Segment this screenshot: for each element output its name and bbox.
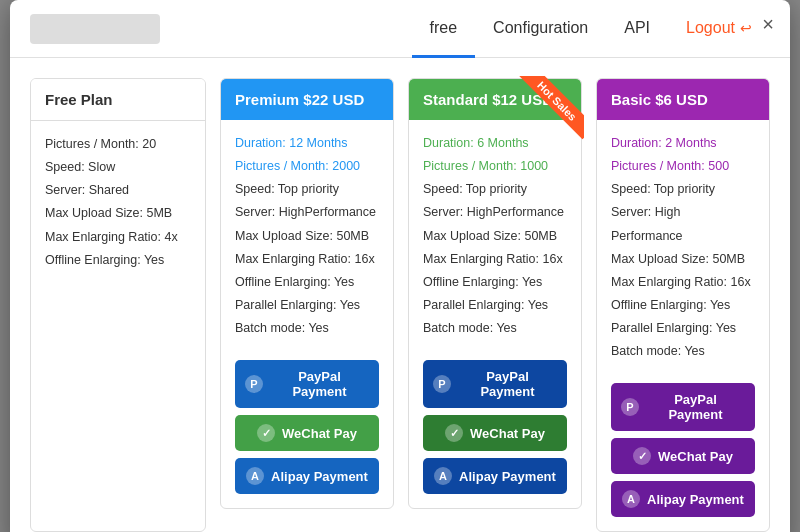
premium-plan-card: Premium $22 USD Duration: 12 Months Pict… (220, 78, 394, 509)
tab-configuration[interactable]: Configuration (475, 1, 606, 58)
close-button[interactable]: × (762, 14, 774, 34)
standard-alipay-icon: A (434, 467, 452, 485)
free-plan-body: Pictures / Month: 20 Speed: Slow Server:… (31, 121, 205, 284)
logout-icon: ↩ (740, 20, 752, 36)
free-plan-card: Free Plan Pictures / Month: 20 Speed: Sl… (30, 78, 206, 532)
standard-alipay-button[interactable]: A Alipay Payment (423, 458, 567, 494)
premium-alipay-button[interactable]: A Alipay Payment (235, 458, 379, 494)
premium-feature-6: Parallel Enlarging: Yes (235, 294, 379, 317)
basic-feature-2: Server: High Performance (611, 201, 755, 247)
standard-wechat-button[interactable]: ✓ WeChat Pay (423, 415, 567, 451)
tab-api[interactable]: API (606, 1, 668, 58)
basic-alipay-label: Alipay Payment (647, 492, 744, 507)
premium-alipay-label: Alipay Payment (271, 469, 368, 484)
wechat-icon: ✓ (257, 424, 275, 442)
standard-feature-4: Max Enlarging Ratio: 16x (423, 248, 567, 271)
standard-wechat-label: WeChat Pay (470, 426, 545, 441)
standard-feature-5: Offline Enlarging: Yes (423, 271, 567, 294)
basic-feature-6: Parallel Enlarging: Yes (611, 317, 755, 340)
free-feature-3: Server: Shared (45, 179, 191, 202)
basic-highlight-1: Duration: 2 Months (611, 132, 755, 155)
standard-feature-2: Server: HighPerformance (423, 201, 567, 224)
premium-feature-2: Server: HighPerformance (235, 201, 379, 224)
standard-feature-3: Max Upload Size: 50MB (423, 225, 567, 248)
standard-alipay-label: Alipay Payment (459, 469, 556, 484)
standard-feature-6: Parallel Enlarging: Yes (423, 294, 567, 317)
basic-paypal-label: PayPal Payment (646, 392, 745, 422)
free-feature-6: Offline Enlarging: Yes (45, 249, 191, 272)
premium-feature-7: Batch mode: Yes (235, 317, 379, 340)
hot-sales-ribbon (514, 76, 584, 146)
basic-alipay-icon: A (622, 490, 640, 508)
premium-plan-header: Premium $22 USD (221, 79, 393, 120)
standard-feature-7: Batch mode: Yes (423, 317, 567, 340)
premium-plan-body: Duration: 12 Months Pictures / Month: 20… (221, 120, 393, 352)
premium-paypal-label: PayPal Payment (270, 369, 369, 399)
nav-tabs: free Configuration API Logout ↩ (412, 0, 770, 57)
premium-wechat-button[interactable]: ✓ WeChat Pay (235, 415, 379, 451)
basic-paypal-icon: P (621, 398, 639, 416)
premium-paypal-button[interactable]: P PayPal Payment (235, 360, 379, 408)
basic-alipay-button[interactable]: A Alipay Payment (611, 481, 755, 517)
basic-feature-4: Max Enlarging Ratio: 16x (611, 271, 755, 294)
basic-wechat-label: WeChat Pay (658, 449, 733, 464)
free-feature-4: Max Upload Size: 5MB (45, 202, 191, 225)
basic-feature-1: Speed: Top priority (611, 178, 755, 201)
basic-wechat-button[interactable]: ✓ WeChat Pay (611, 438, 755, 474)
basic-highlight-2: Pictures / Month: 500 (611, 155, 755, 178)
premium-highlight-1: Duration: 12 Months (235, 132, 379, 155)
basic-feature-7: Batch mode: Yes (611, 340, 755, 363)
free-plan-header: Free Plan (31, 79, 205, 121)
standard-paypal-icon: P (433, 375, 451, 393)
standard-wechat-icon: ✓ (445, 424, 463, 442)
free-feature-5: Max Enlarging Ratio: 4x (45, 226, 191, 249)
standard-feature-1: Speed: Top priority (423, 178, 567, 201)
standard-paypal-button[interactable]: P PayPal Payment (423, 360, 567, 408)
modal-header: free Configuration API Logout ↩ × (10, 0, 790, 58)
basic-wechat-icon: ✓ (633, 447, 651, 465)
premium-feature-3: Max Upload Size: 50MB (235, 225, 379, 248)
free-feature-1: Pictures / Month: 20 (45, 133, 191, 156)
standard-plan-wrapper: Standard $12 USD Duration: 6 Months Pict… (408, 78, 582, 532)
premium-wechat-label: WeChat Pay (282, 426, 357, 441)
pricing-modal: free Configuration API Logout ↩ × Free P… (10, 0, 790, 532)
modal-body: Free Plan Pictures / Month: 20 Speed: Sl… (10, 58, 790, 532)
alipay-icon: A (246, 467, 264, 485)
tab-pricing[interactable]: free (412, 1, 476, 58)
premium-feature-4: Max Enlarging Ratio: 16x (235, 248, 379, 271)
basic-paypal-button[interactable]: P PayPal Payment (611, 383, 755, 431)
basic-feature-5: Offline Enlarging: Yes (611, 294, 755, 317)
premium-feature-1: Speed: Top priority (235, 178, 379, 201)
basic-plan-header: Basic $6 USD (597, 79, 769, 120)
paypal-icon: P (245, 375, 263, 393)
premium-feature-5: Offline Enlarging: Yes (235, 271, 379, 294)
basic-plan-wrapper: Basic $6 USD Duration: 2 Months Pictures… (596, 78, 770, 532)
standard-paypal-label: PayPal Payment (458, 369, 557, 399)
logo (30, 14, 160, 44)
basic-feature-3: Max Upload Size: 50MB (611, 248, 755, 271)
basic-plan-card: Basic $6 USD Duration: 2 Months Pictures… (596, 78, 770, 532)
premium-plan-footer: P PayPal Payment ✓ WeChat Pay A Alipay P… (221, 352, 393, 508)
tab-logout[interactable]: Logout ↩ (668, 1, 770, 58)
basic-plan-footer: P PayPal Payment ✓ WeChat Pay A Alipay P… (597, 375, 769, 531)
standard-plan-footer: P PayPal Payment ✓ WeChat Pay A Alipay P… (409, 352, 581, 508)
standard-plan-body: Duration: 6 Months Pictures / Month: 100… (409, 120, 581, 352)
premium-highlight-2: Pictures / Month: 2000 (235, 155, 379, 178)
premium-plan-wrapper: Premium $22 USD Duration: 12 Months Pict… (220, 78, 394, 532)
free-feature-2: Speed: Slow (45, 156, 191, 179)
basic-plan-body: Duration: 2 Months Pictures / Month: 500… (597, 120, 769, 375)
standard-highlight-2: Pictures / Month: 1000 (423, 155, 567, 178)
